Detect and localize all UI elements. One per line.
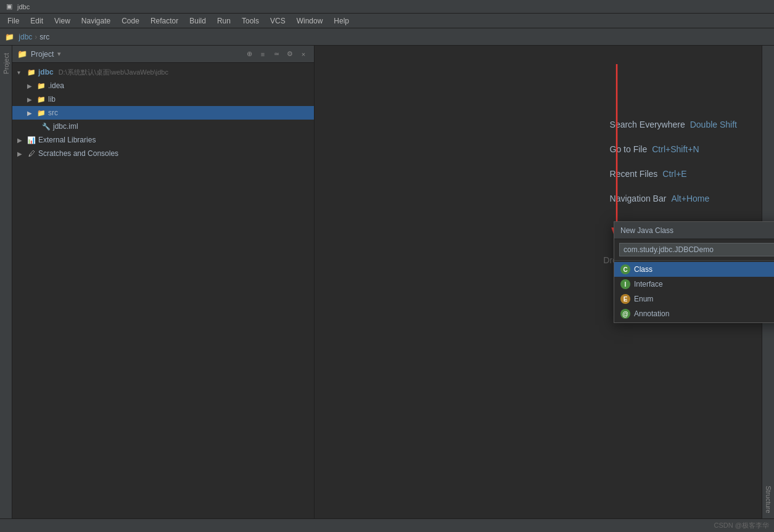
annotation-option-label: Annotation bbox=[634, 309, 669, 318]
tree-item-jdbc-iml[interactable]: ▶ 🔧 jdbc.iml bbox=[12, 120, 314, 133]
menu-file[interactable]: File bbox=[2, 15, 24, 27]
breadcrumb-project[interactable]: 📁 jdbc bbox=[5, 33, 32, 41]
dialog-option-enum[interactable]: E Enum bbox=[614, 292, 774, 306]
folder-icon-idea: 📁 bbox=[37, 81, 46, 90]
new-java-class-dialog: New Java Class C Class I Interface E bbox=[614, 221, 774, 323]
menu-run[interactable]: Run bbox=[212, 15, 236, 27]
watermark: CSDN @极客李华 bbox=[714, 521, 769, 530]
enum-option-label: Enum bbox=[634, 295, 653, 303]
panel-folder-icon: 📁 bbox=[17, 49, 27, 59]
arrow-lib: ▶ bbox=[27, 96, 35, 103]
arrow-ext: ▶ bbox=[17, 137, 25, 144]
goto-file-label: Go to File bbox=[610, 144, 648, 154]
folder-icon-src: 📁 bbox=[37, 108, 46, 117]
dialog-option-interface[interactable]: I Interface bbox=[614, 277, 774, 292]
icon-scratches: 🖊 bbox=[27, 149, 36, 158]
project-panel-title: 📁 Project ▾ bbox=[17, 49, 61, 59]
tree-item-scratches[interactable]: ▶ 🖊 Scratches and Consoles bbox=[12, 147, 314, 160]
recent-files-label: Recent Files bbox=[610, 169, 658, 179]
title-bar: ▣ jdbc bbox=[0, 0, 774, 14]
app-icon: ▣ bbox=[5, 2, 14, 11]
breadcrumb-sep: › bbox=[35, 33, 37, 41]
arrow-src: ▶ bbox=[27, 110, 35, 117]
project-panel: 📁 Project ▾ ⊕ ≡ ≃ ⚙ × ▾ 📁 jdbc D:\系统默认\桌… bbox=[12, 46, 315, 532]
shortcut-goto-file: Go to File Ctrl+Shift+N bbox=[610, 144, 737, 154]
icon-ext-libs: 📊 bbox=[27, 136, 36, 144]
folder-icon-jdbc: 📁 bbox=[27, 68, 36, 76]
recent-files-key: Ctrl+E bbox=[662, 169, 686, 179]
menu-bar: File Edit View Navigate Code Refactor Bu… bbox=[0, 14, 774, 28]
dialog-title-bar: New Java Class bbox=[614, 222, 774, 239]
left-tab-project[interactable]: Project bbox=[1, 48, 11, 79]
menu-view[interactable]: View bbox=[49, 15, 75, 27]
dialog-title: New Java Class bbox=[620, 226, 673, 235]
editor-area: New Java Class C Class I Interface E bbox=[315, 46, 774, 532]
tree-item-src[interactable]: ▶ 📁 src bbox=[12, 106, 314, 120]
menu-edit[interactable]: Edit bbox=[25, 15, 48, 27]
class-type-icon: C bbox=[620, 264, 630, 274]
menu-help[interactable]: Help bbox=[329, 15, 354, 27]
project-panel-header: 📁 Project ▾ ⊕ ≡ ≃ ⚙ × bbox=[12, 46, 314, 63]
dialog-option-annotation[interactable]: @ Annotation bbox=[614, 306, 774, 321]
shortcut-search: Search Everywhere Double Shift bbox=[610, 120, 737, 129]
menu-vcs[interactable]: VCS bbox=[265, 15, 290, 27]
panel-close-btn[interactable]: × bbox=[298, 49, 309, 60]
enum-type-icon: E bbox=[620, 294, 630, 304]
menu-refactor[interactable]: Refactor bbox=[146, 15, 183, 27]
annotation-type-icon: @ bbox=[620, 309, 630, 319]
app-title: jdbc bbox=[17, 3, 30, 10]
nav-bar-key: Alt+Home bbox=[671, 194, 709, 203]
panel-collapse-btn[interactable]: ≡ bbox=[257, 49, 268, 60]
project-tree: ▾ 📁 jdbc D:\系统默认\桌面\web\JavaWeb\jdbc ▶ 📁… bbox=[12, 63, 314, 532]
menu-tools[interactable]: Tools bbox=[237, 15, 264, 27]
project-icon: 📁 bbox=[5, 33, 14, 41]
main-layout: Project 📁 Project ▾ ⊕ ≡ ≃ ⚙ × ▾ 📁 jdbc bbox=[0, 46, 774, 532]
search-everywhere-key: Double Shift bbox=[690, 120, 737, 129]
tree-item-jdbc[interactable]: ▾ 📁 jdbc D:\系统默认\桌面\web\JavaWeb\jdbc bbox=[12, 65, 314, 79]
panel-icons: ⊕ ≡ ≃ ⚙ × bbox=[244, 49, 309, 60]
interface-type-icon: I bbox=[620, 279, 630, 289]
panel-expand-btn[interactable]: ≃ bbox=[271, 49, 282, 60]
breadcrumb-src[interactable]: src bbox=[39, 33, 49, 41]
arrow-scratches: ▶ bbox=[17, 150, 25, 157]
arrow-idea: ▶ bbox=[27, 83, 35, 89]
arrow-jdbc: ▾ bbox=[17, 69, 25, 76]
nav-bar: 📁 jdbc › src bbox=[0, 28, 774, 46]
shortcut-recent: Recent Files Ctrl+E bbox=[610, 169, 737, 179]
shortcuts-panel: Search Everywhere Double Shift Go to Fil… bbox=[610, 120, 737, 203]
tree-item-idea[interactable]: ▶ 📁 .idea bbox=[12, 79, 314, 92]
dialog-option-class[interactable]: C Class bbox=[614, 262, 774, 277]
shortcut-nav-bar: Navigation Bar Alt+Home bbox=[610, 194, 737, 203]
file-icon-iml: 🔧 bbox=[42, 122, 51, 131]
menu-window[interactable]: Window bbox=[292, 15, 328, 27]
dialog-options: C Class I Interface E Enum @ Annotation bbox=[614, 261, 774, 322]
panel-settings-btn[interactable]: ⚙ bbox=[284, 49, 295, 60]
tree-item-lib[interactable]: ▶ 📁 lib bbox=[12, 92, 314, 106]
status-bar: CSDN @极客李华 bbox=[0, 518, 774, 532]
panel-locate-btn[interactable]: ⊕ bbox=[244, 49, 255, 60]
menu-code[interactable]: Code bbox=[117, 15, 144, 27]
breadcrumb: 📁 jdbc › src bbox=[5, 33, 49, 41]
class-option-label: Class bbox=[634, 265, 653, 274]
folder-icon-lib: 📁 bbox=[37, 95, 46, 104]
menu-build[interactable]: Build bbox=[184, 15, 211, 27]
interface-option-label: Interface bbox=[634, 280, 663, 289]
menu-navigate[interactable]: Navigate bbox=[76, 15, 115, 27]
panel-dropdown-icon[interactable]: ▾ bbox=[57, 50, 61, 58]
goto-file-key: Ctrl+Shift+N bbox=[652, 144, 699, 154]
nav-bar-label: Navigation Bar bbox=[610, 194, 667, 203]
left-tabs: Project bbox=[0, 46, 12, 532]
tree-item-ext-libs[interactable]: ▶ 📊 External Libraries bbox=[12, 133, 314, 147]
right-tab-structure[interactable]: Structure bbox=[764, 481, 773, 518]
dialog-class-name-input[interactable] bbox=[619, 243, 774, 256]
search-everywhere-label: Search Everywhere bbox=[610, 120, 685, 129]
dialog-input-row bbox=[614, 239, 774, 261]
